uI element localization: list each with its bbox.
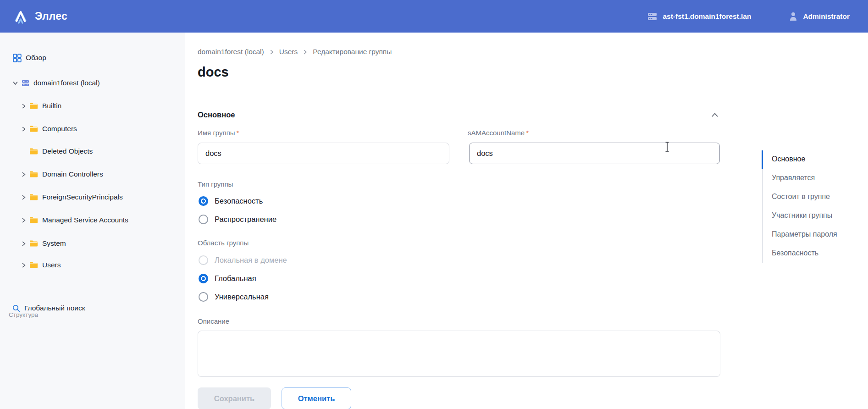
group-name-label: Имя группы* xyxy=(198,129,239,137)
folder-icon xyxy=(29,193,38,201)
chevron-right-icon[interactable] xyxy=(21,126,27,132)
breadcrumb-separator-icon xyxy=(302,49,308,55)
main-content: domain1forest (local) Users Редактирован… xyxy=(185,33,868,409)
section-nav-item-members[interactable]: Участники группы xyxy=(772,210,832,221)
chevron-down-icon[interactable] xyxy=(12,80,18,86)
radio-unselected-icon[interactable] xyxy=(199,292,208,302)
section-nav-item-managed-by[interactable]: Управляется xyxy=(772,173,815,183)
app-logo-icon xyxy=(12,9,29,24)
tree-root-label: domain1forest (local) xyxy=(33,79,100,87)
folder-icon xyxy=(29,125,38,133)
domain-icon xyxy=(22,80,29,87)
folder-icon xyxy=(29,261,38,269)
section-collapse-button[interactable] xyxy=(711,111,719,119)
server-icon xyxy=(647,12,658,21)
breadcrumb: domain1forest (local) Users Редактирован… xyxy=(198,48,392,56)
tree-item-computers[interactable]: Computers xyxy=(21,123,77,134)
chevron-right-icon[interactable] xyxy=(21,171,27,177)
group-name-input[interactable] xyxy=(198,143,449,164)
user-menu[interactable]: Administrator xyxy=(789,11,850,21)
radio-selected-icon[interactable] xyxy=(199,196,208,206)
section-nav-item-member-of[interactable]: Состоит в группе xyxy=(772,192,830,202)
folder-icon xyxy=(29,171,38,178)
overview-grid-icon xyxy=(13,54,22,62)
tree-item-label: Builtin xyxy=(42,102,61,110)
radio-selected-icon[interactable] xyxy=(199,274,208,283)
chevron-right-icon[interactable] xyxy=(21,217,27,223)
breadcrumb-item-current: Редактирование группы xyxy=(313,48,392,56)
description-label: Описание xyxy=(198,317,229,325)
page-title: docs xyxy=(198,65,229,80)
tree-item-deleted-objects[interactable]: Deleted Objects xyxy=(21,146,93,157)
tree-item-builtin[interactable]: Builtin xyxy=(21,100,61,111)
save-button[interactable]: Сохранить xyxy=(198,387,271,409)
sidebar-item-global-search[interactable]: Глобальный поиск xyxy=(12,303,85,314)
sidebar: Обзор domain1forest (local) Builtin Comp… xyxy=(0,33,185,409)
tree-item-label: Computers xyxy=(42,125,77,133)
required-asterisk: * xyxy=(237,129,239,137)
section-nav-item-main[interactable]: Основное xyxy=(772,154,805,164)
tree-item-label: ForeignSecurityPrincipals xyxy=(42,193,123,201)
radio-unselected-icon[interactable] xyxy=(199,215,208,224)
radio-option-distribution[interactable]: Распространение xyxy=(199,214,276,224)
radio-option-domain-local: Локальная в домене xyxy=(199,255,287,265)
tree-item-label: Deleted Objects xyxy=(42,147,93,155)
folder-icon xyxy=(29,148,38,155)
radio-option-global[interactable]: Глобальная xyxy=(199,273,256,283)
tree-item-users[interactable]: Users xyxy=(21,260,61,271)
breadcrumb-separator-icon xyxy=(269,49,275,55)
tree-item-foreign-security-principals[interactable]: ForeignSecurityPrincipals xyxy=(21,192,123,203)
app-name: Эллес xyxy=(35,10,67,22)
section-nav-active-indicator xyxy=(762,150,763,169)
group-type-label: Тип группы xyxy=(198,180,233,188)
chevron-right-icon[interactable] xyxy=(21,103,27,109)
breadcrumb-item-users[interactable]: Users xyxy=(279,48,298,56)
server-indicator[interactable]: ast-fst1.domain1forest.lan xyxy=(647,12,751,21)
radio-option-security[interactable]: Безопасность xyxy=(199,196,263,206)
group-scope-label: Область группы xyxy=(198,239,249,247)
sidebar-item-overview[interactable]: Обзор xyxy=(13,52,46,63)
section-nav-item-security[interactable]: Безопасность xyxy=(772,248,818,258)
description-textarea[interactable] xyxy=(198,331,720,377)
app-header: Эллес ast-fst1.domain1forest.lan Adminis… xyxy=(0,0,868,33)
server-name: ast-fst1.domain1forest.lan xyxy=(663,12,751,21)
required-asterisk: * xyxy=(526,129,529,137)
app-logo[interactable]: Эллес xyxy=(0,9,67,24)
chevron-right-icon[interactable] xyxy=(21,262,27,268)
chevron-right-icon[interactable] xyxy=(21,241,27,247)
radio-option-universal[interactable]: Универсальная xyxy=(199,292,269,302)
section-nav-item-password-settings[interactable]: Параметры пароля xyxy=(772,229,837,239)
header-right: ast-fst1.domain1forest.lan Administrator xyxy=(647,11,868,21)
tree-item-system[interactable]: System xyxy=(21,238,66,249)
user-icon xyxy=(789,11,798,21)
tree-item-managed-service-accounts[interactable]: Managed Service Accounts xyxy=(21,215,128,226)
chevron-right-icon[interactable] xyxy=(21,194,27,200)
user-name: Administrator xyxy=(803,12,850,21)
search-icon xyxy=(12,304,20,312)
folder-icon xyxy=(29,216,38,224)
chevron-up-icon xyxy=(711,111,719,119)
tree-item-domain-controllers[interactable]: Domain Controllers xyxy=(21,169,103,180)
tree-root-domain[interactable]: domain1forest (local) xyxy=(12,77,100,88)
cancel-button[interactable]: Отменить xyxy=(282,387,351,409)
radio-disabled-icon xyxy=(199,255,208,265)
text-cursor xyxy=(664,141,670,152)
sam-account-name-label: sAMAccountName* xyxy=(468,129,529,137)
folder-icon xyxy=(29,102,38,110)
breadcrumb-item-domain[interactable]: domain1forest (local) xyxy=(198,48,264,56)
tree-item-label: Domain Controllers xyxy=(42,170,103,178)
tree-item-label: Users xyxy=(42,261,61,269)
tree-item-label: System xyxy=(42,239,66,248)
sam-account-name-input[interactable] xyxy=(469,143,720,164)
section-title-main: Основное xyxy=(198,111,235,119)
overview-label: Обзор xyxy=(26,54,46,62)
tree-item-label: Managed Service Accounts xyxy=(42,216,128,224)
global-search-label: Глобальный поиск xyxy=(24,304,85,312)
folder-icon xyxy=(29,240,38,247)
